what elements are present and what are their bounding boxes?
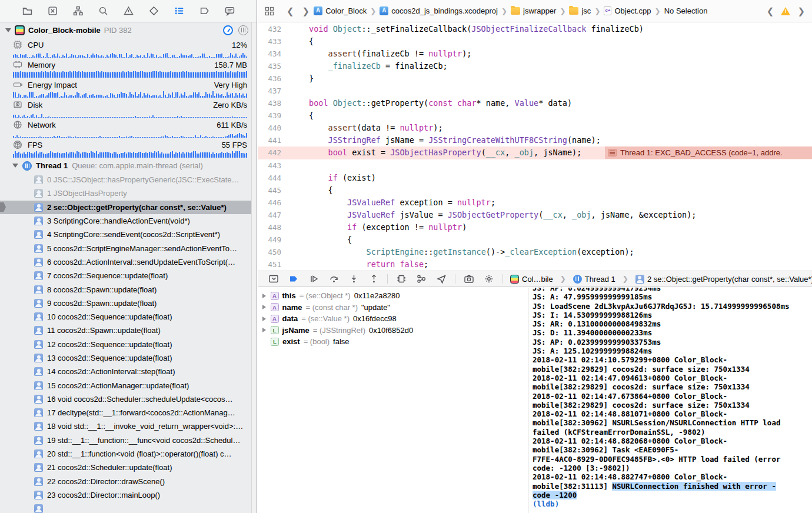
stack-frame[interactable]: 12 cocos2d::Sequence::update(float) bbox=[0, 338, 257, 351]
stack-frame[interactable]: 3 ScriptingCore::handleActionEvent(void*… bbox=[0, 214, 257, 228]
debug-breadcrumb-item[interactable]: Col…bile bbox=[510, 275, 553, 284]
disclosure-triangle-icon[interactable] bbox=[5, 28, 11, 32]
disclosure-triangle-icon[interactable] bbox=[262, 328, 266, 332]
stack-frame[interactable]: 19 std::__1::__function::__func<void coc… bbox=[0, 434, 257, 447]
breakpoints-toggle-button[interactable] bbox=[284, 273, 304, 285]
line-number[interactable]: 445 bbox=[258, 184, 281, 196]
previous-issue-button[interactable]: ❮ bbox=[766, 6, 776, 16]
line-number[interactable]: 443 bbox=[258, 159, 281, 172]
debug-view-hierarchy-button[interactable] bbox=[391, 273, 411, 285]
stack-frame[interactable]: 5 cocos2d::ScriptEngineManager::sendActi… bbox=[0, 241, 257, 255]
breadcrumb-item[interactable]: Object.cpp bbox=[604, 6, 651, 15]
breadcrumb-item[interactable]: jsc bbox=[569, 6, 591, 15]
line-number[interactable]: 442 bbox=[258, 146, 281, 159]
line-number[interactable]: 433 bbox=[258, 35, 281, 48]
gauge-fps[interactable]: FPS55 FPS bbox=[0, 138, 257, 151]
line-number[interactable]: 434 bbox=[258, 48, 281, 60]
warning-icon[interactable] bbox=[781, 7, 790, 15]
gauge-cpu[interactable]: CPU12% bbox=[0, 38, 257, 51]
disclosure-triangle-icon[interactable] bbox=[262, 294, 266, 298]
line-number[interactable]: 449 bbox=[258, 234, 281, 246]
line-number[interactable]: 451 bbox=[258, 258, 281, 271]
next-issue-button[interactable]: ❯ bbox=[796, 6, 806, 16]
stack-frame[interactable]: 14 cocos2d::ActionInterval::step(float) bbox=[0, 365, 257, 378]
stack-frame[interactable]: 6 cocos2d::ActionInterval::sendUpdateEve… bbox=[0, 255, 257, 269]
debug-console[interactable]: JS: AP: 0.02499999994179254msJS: A: 47.9… bbox=[528, 288, 812, 513]
stack-frame[interactable]: 11 cocos2d::Spawn::update(float) bbox=[0, 324, 257, 337]
line-number[interactable]: 448 bbox=[258, 221, 281, 234]
gauges-view-toggle-icon[interactable] bbox=[223, 25, 233, 35]
stack-frame[interactable]: 22 cocos2d::Director::drawScene() bbox=[0, 475, 257, 488]
line-number[interactable]: 436 bbox=[258, 72, 281, 85]
debug-navigator-icon[interactable] bbox=[174, 6, 184, 16]
line-number[interactable]: 438 bbox=[258, 97, 281, 109]
process-row[interactable]: Color_Block-mobile PID 382 bbox=[0, 22, 257, 38]
line-number[interactable]: 432 bbox=[258, 23, 281, 35]
source-control-navigator-icon[interactable] bbox=[47, 6, 58, 16]
step-over-button[interactable] bbox=[324, 273, 344, 285]
related-items-icon[interactable] bbox=[265, 6, 274, 16]
variable-row[interactable]: LjsName= (JSStringRef)0x10f6852d0 bbox=[258, 325, 528, 337]
stack-frame[interactable]: 9 cocos2d::Spawn::update(float) bbox=[0, 297, 257, 310]
variable-row[interactable]: Aname= (const char *)"update" bbox=[258, 302, 528, 314]
stack-frame[interactable]: 23 cocos2d::Director::mainLoop() bbox=[0, 488, 257, 502]
variable-row[interactable]: Athis= (se::Object *)0x11e2a8280 bbox=[258, 290, 528, 302]
stack-frame[interactable]: 0 JSC::JSObject::hasPropertyGeneric(JSC:… bbox=[0, 173, 257, 186]
line-number[interactable]: 444 bbox=[258, 172, 281, 184]
line-number[interactable]: 435 bbox=[258, 60, 281, 72]
forward-button[interactable]: ❯ bbox=[298, 6, 314, 16]
screenshot-camera-button[interactable] bbox=[459, 273, 479, 285]
stack-frame[interactable]: 21 cocos2d::Scheduler::update(float) bbox=[0, 461, 257, 474]
stack-frame[interactable]: 18 void std::__1::__invoke_void_return_w… bbox=[0, 419, 257, 433]
source-editor[interactable]: 432void Object::_setFinalizeCallback(JSO… bbox=[258, 23, 812, 271]
stack-frame[interactable]: 13 cocos2d::Sequence::update(float) bbox=[0, 351, 257, 365]
project-navigator-icon[interactable] bbox=[22, 6, 32, 16]
debug-memory-graph-button[interactable] bbox=[411, 273, 431, 285]
stack-frame[interactable]: 7 cocos2d::Sequence::update(float) bbox=[0, 269, 257, 282]
line-number[interactable]: 441 bbox=[258, 134, 281, 146]
debug-breadcrumb-item[interactable]: Thread 1 bbox=[573, 275, 615, 284]
stack-frame[interactable]: 15 cocos2d::ActionManager::update(float) bbox=[0, 378, 257, 392]
gauge-network[interactable]: Network611 KB/s bbox=[0, 118, 257, 131]
step-out-button[interactable] bbox=[364, 273, 384, 285]
stack-frame[interactable]: 2 se::Object::getProperty(char const*, s… bbox=[0, 201, 257, 214]
breadcrumb-item[interactable]: Color_Block bbox=[314, 6, 367, 15]
gauge-disk[interactable]: DiskZero KB/s bbox=[0, 98, 257, 111]
line-number[interactable]: 437 bbox=[258, 85, 281, 97]
stack-frame[interactable]: 20 std::__1::function<void (float)>::ope… bbox=[0, 447, 257, 461]
find-navigator-icon[interactable] bbox=[98, 6, 108, 16]
issue-navigator-icon[interactable] bbox=[123, 6, 134, 16]
stack-frame[interactable]: 10 cocos2d::Sequence::update(float) bbox=[0, 310, 257, 324]
simulate-location-button[interactable] bbox=[431, 273, 451, 285]
breadcrumb-item[interactable]: No Selection bbox=[664, 6, 708, 15]
navigator-scrollbar[interactable] bbox=[251, 22, 257, 513]
stack-frame[interactable]: 17 decltype(std::__1::forward<cocos2d::A… bbox=[0, 406, 257, 419]
test-navigator-icon[interactable] bbox=[148, 6, 159, 16]
symbol-navigator-icon[interactable] bbox=[72, 6, 83, 16]
stack-frame[interactable] bbox=[0, 502, 257, 513]
breakpoint-navigator-icon[interactable] bbox=[199, 6, 209, 16]
stack-frame[interactable]: 8 cocos2d::Spawn::update(float) bbox=[0, 282, 257, 296]
gauge-memory[interactable]: Memory158.7 MB bbox=[0, 58, 257, 71]
step-into-button[interactable] bbox=[344, 273, 364, 285]
debug-breadcrumb-item[interactable]: 2 se::Object::getProperty(char const*, s… bbox=[635, 275, 812, 284]
thread-row[interactable]: Thread 1 Queue: com.apple.main-thread (s… bbox=[0, 158, 257, 173]
threads-view-toggle-icon[interactable] bbox=[238, 25, 248, 35]
continue-execution-button[interactable] bbox=[304, 273, 324, 285]
variable-row[interactable]: Adata= (se::Value *)0x16fdecc98 bbox=[258, 313, 528, 325]
variable-row[interactable]: Lexist= (bool)false bbox=[258, 336, 528, 348]
error-annotation[interactable]: Thread 1: EXC_BAD_ACCESS (code=1, addre. bbox=[605, 146, 812, 159]
line-number[interactable]: 446 bbox=[258, 196, 281, 209]
breadcrumb-item[interactable]: cocos2d_js_bindings.xcodeproj bbox=[380, 6, 498, 15]
line-number[interactable]: 440 bbox=[258, 122, 281, 134]
debug-settings-gear-button[interactable] bbox=[479, 273, 499, 285]
line-number[interactable]: 450 bbox=[258, 246, 281, 258]
gauge-energy[interactable]: Energy ImpactVery High bbox=[0, 78, 257, 91]
disclosure-triangle-icon[interactable] bbox=[262, 317, 266, 321]
report-navigator-icon[interactable] bbox=[224, 6, 235, 16]
back-button[interactable]: ❮ bbox=[282, 6, 298, 16]
line-number[interactable]: 439 bbox=[258, 109, 281, 122]
breadcrumb-item[interactable]: jswrapper bbox=[511, 6, 556, 15]
stack-frame[interactable]: 16 void cocos2d::Scheduler::scheduleUpda… bbox=[0, 392, 257, 406]
disclosure-triangle-icon[interactable] bbox=[12, 164, 18, 168]
